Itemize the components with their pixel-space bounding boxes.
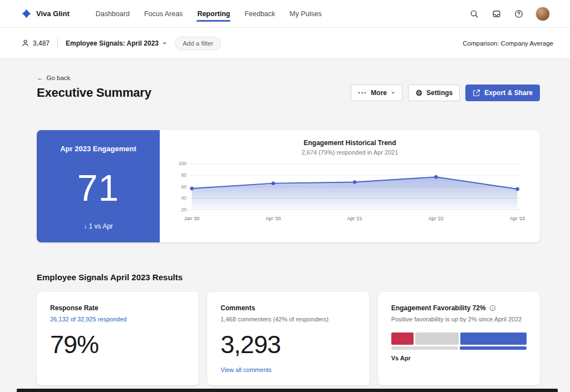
respondent-count: 3,487: [21, 39, 50, 47]
svg-text:Apr '21: Apr '21: [347, 216, 362, 221]
main-nav: Dashboard Focus Areas Reporting Feedback…: [89, 0, 329, 27]
comments-title: Comments: [220, 304, 255, 312]
svg-text:Jan '20: Jan '20: [184, 216, 200, 221]
favorability-segment-neutral: [415, 333, 459, 345]
engagement-summary-card: Apr 2023 Engagement 71 ↓ 1 vs Apr Engage…: [37, 130, 540, 242]
engagement-trend-panel: Engagement Historical Trend 2,674 (79%) …: [160, 130, 540, 242]
view-all-comments-link[interactable]: View all comments: [220, 366, 272, 373]
favorability-bar: [391, 333, 527, 345]
survey-selector[interactable]: Employee Signals: April 2023 ⌄: [66, 39, 167, 47]
chart-title: Engagement Historical Trend: [172, 139, 528, 147]
page-toolbar: ··· More ⌄ ⚙ Settings Export & Share: [351, 85, 540, 101]
inbox-icon[interactable]: [491, 8, 502, 19]
results-section-title: Employee Signals April 2023 Results: [37, 272, 540, 282]
svg-text:100: 100: [179, 161, 187, 166]
survey-selector-label: Employee Signals: April 2023: [66, 39, 159, 47]
favorability-segment-unfavorable: [391, 333, 414, 345]
nav-dashboard[interactable]: Dashboard: [89, 0, 137, 27]
comparison-label: Comparison: Company Average: [463, 40, 553, 47]
brand-name: Viva Glint: [36, 9, 70, 18]
svg-text:Apr '20: Apr '20: [266, 216, 281, 221]
engagement-score-label: Apr 2023 Engagement: [60, 145, 136, 153]
top-right-actions: [469, 7, 550, 21]
engagement-score-value: 71: [77, 170, 119, 206]
nav-reporting[interactable]: Reporting: [190, 0, 237, 27]
favorability-segment-neutral-prev: [391, 346, 458, 350]
response-rate-value: 79%: [50, 330, 99, 359]
favorability-comparison-bar: [391, 346, 527, 350]
search-icon[interactable]: [469, 8, 480, 19]
main-content: ← Go back Executive Summary ··· More ⌄ ⚙…: [0, 59, 570, 392]
nav-my-pulses[interactable]: My Pulses: [282, 0, 329, 27]
chevron-down-icon: ⌄: [391, 89, 395, 95]
engagement-score-delta: ↓ 1 vs Apr: [83, 222, 113, 230]
results-cards: Response Rate 26,132 of 32,925 responded…: [37, 292, 540, 385]
favorability-vs-label: Vs Apr: [391, 355, 411, 361]
divider: [57, 38, 58, 48]
filter-bar: 3,487 Employee Signals: April 2023 ⌄ Add…: [0, 28, 570, 59]
page-title: Executive Summary: [37, 86, 151, 100]
engagement-score-panel: Apr 2023 Engagement 71 ↓ 1 vs Apr: [37, 130, 160, 242]
favorability-segment-favorable-prev: [460, 346, 527, 350]
top-navbar: Viva Glint Dashboard Focus Areas Reporti…: [0, 0, 570, 28]
go-back-link[interactable]: ← Go back: [37, 75, 70, 81]
brand[interactable]: Viva Glint: [21, 8, 70, 19]
favorability-card: Engagement Favorability 72% Positive fav…: [378, 292, 540, 385]
favorability-segment-favorable: [460, 333, 527, 345]
person-icon: [21, 39, 30, 47]
background-window-edge: [17, 389, 558, 392]
export-share-label: Export & Share: [484, 89, 533, 97]
engagement-trend-chart: 20406080100Jan '20Apr '20Apr '21Apr '22A…: [172, 158, 528, 224]
more-button[interactable]: ··· More ⌄: [351, 85, 402, 101]
info-icon[interactable]: [489, 305, 496, 311]
export-icon: [473, 89, 480, 97]
gear-icon: ⚙: [415, 89, 422, 97]
favorability-title: Engagement Favorability 72%: [391, 304, 496, 312]
comments-subtitle: 1,468 commenters (42% of responders): [220, 316, 328, 322]
svg-text:20: 20: [181, 207, 186, 212]
back-arrow-icon: ←: [37, 75, 43, 81]
viva-glint-logo: [21, 8, 32, 19]
chart-subtitle: 2,674 (79%) responded in Apr 2021: [172, 149, 528, 156]
svg-text:Apr '23: Apr '23: [510, 216, 525, 221]
svg-text:60: 60: [181, 184, 186, 190]
favorability-subtitle: Positive favorability is up by 2% since …: [391, 316, 522, 322]
comments-card: Comments 1,468 commenters (42% of respon…: [207, 292, 369, 385]
response-rate-title: Response Rate: [50, 304, 99, 312]
svg-text:80: 80: [181, 172, 186, 178]
more-dots-icon: ···: [358, 89, 367, 96]
go-back-label: Go back: [47, 75, 71, 81]
chevron-down-icon: ⌄: [162, 39, 167, 45]
nav-focus-areas[interactable]: Focus Areas: [137, 0, 190, 27]
svg-text:Apr '22: Apr '22: [429, 216, 444, 221]
user-avatar[interactable]: [535, 7, 550, 21]
nav-feedback[interactable]: Feedback: [237, 0, 282, 27]
page-header: Executive Summary ··· More ⌄ ⚙ Settings …: [37, 85, 540, 101]
more-label: More: [371, 89, 387, 97]
export-share-button[interactable]: Export & Share: [465, 85, 540, 101]
respondent-count-value: 3,487: [33, 39, 50, 47]
response-rate-card: Response Rate 26,132 of 32,925 responded…: [37, 292, 199, 385]
favorability-title-text: Engagement Favorability 72%: [391, 304, 486, 312]
add-filter-button[interactable]: Add a filter: [175, 37, 221, 50]
svg-text:40: 40: [181, 195, 186, 201]
help-icon[interactable]: [513, 8, 524, 19]
responded-link[interactable]: 26,132 of 32,925 responded: [50, 316, 127, 322]
settings-label: Settings: [426, 89, 453, 97]
settings-button[interactable]: ⚙ Settings: [408, 85, 460, 101]
comments-value: 3,293: [220, 330, 281, 359]
